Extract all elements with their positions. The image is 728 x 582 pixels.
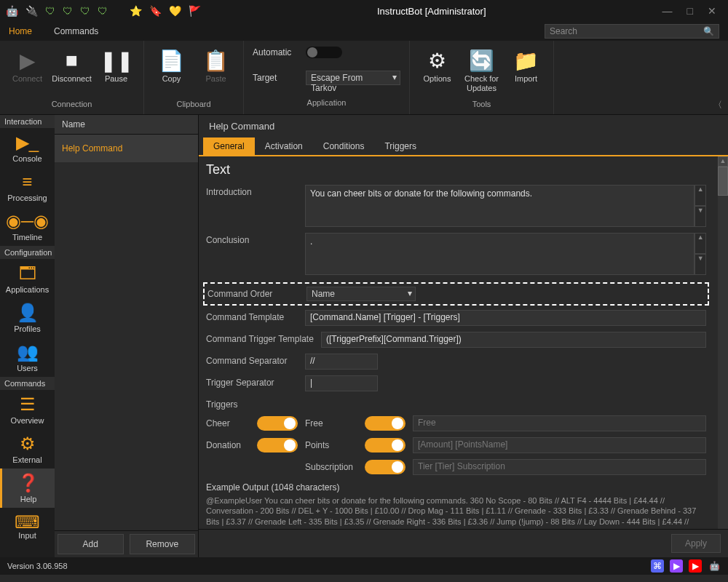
shield-icon-4[interactable]: 🛡 [98,5,108,17]
sidebar-section-configuration: Configuration [0,246,55,259]
tab-general[interactable]: General [203,137,255,155]
minimize-button[interactable]: — [662,5,673,17]
sidebar-section-interaction: Interaction [0,115,55,128]
check-updates-button[interactable]: 🔄Check for Updates [462,45,502,98]
subscription-label: Subscription [305,462,357,472]
options-button[interactable]: ⚙Options [417,45,457,98]
conclusion-input[interactable]: . [305,233,695,275]
ribbon: ▶Connect ■Disconnect ❚❚Pause Connection … [0,41,728,115]
example-output-title: Example Output (1048 characters) [206,482,706,493]
plug-icon[interactable]: 🔌 [25,5,38,17]
sidebar-item-input[interactable]: ⌨Input [0,508,55,544]
maximize-button[interactable]: □ [687,5,693,17]
trigger-separator-input[interactable]: | [305,375,378,391]
close-button[interactable]: ✕ [708,5,716,17]
example-output-text: @ExampleUser You can cheer bits or donat… [206,495,706,529]
subscription-toggle[interactable] [365,460,405,474]
intro-down-icon[interactable]: ▼ [695,206,706,227]
discord-icon[interactable]: ⌘ [651,559,664,573]
tab-triggers[interactable]: Triggers [374,137,427,155]
content-panel: Help Command General Activation Conditio… [199,115,728,557]
command-trigger-template-label: Command Trigger Template [206,332,315,344]
automatic-label: Automatic [253,47,293,57]
free-toggle[interactable] [365,416,405,431]
section-text: Text [199,156,713,182]
main: Interaction ▶_Console ≡Processing ◉─◉Tim… [0,115,728,557]
command-separator-input[interactable]: // [305,354,378,370]
introduction-input[interactable]: You can cheer bits or donate for the fol… [305,185,695,227]
connect-button[interactable]: ▶Connect [7,45,47,98]
heart-icon[interactable]: 💛 [169,5,181,17]
ribbon-group-connection: Connection [52,100,92,108]
tag-icon[interactable]: 🔖 [149,5,162,17]
introduction-label: Introduction [206,185,299,197]
sidebar-item-console[interactable]: ▶_Console [0,128,55,167]
command-order-select[interactable]: Name [306,287,416,301]
intro-up-icon[interactable]: ▲ [695,185,706,206]
points-input[interactable]: [Amount] [PointsName] [413,437,706,453]
star-icon[interactable]: ⭐ [130,5,142,17]
app-icon: 🤖 [6,5,18,17]
command-trigger-template-input[interactable]: ([TriggerPrefix][Command.Trigger]) [321,332,706,348]
tab-activation[interactable]: Activation [255,137,313,155]
triggers-heading: Triggers [206,397,299,410]
youtube-icon[interactable]: ▶ [689,559,702,573]
scroll-up-icon[interactable]: ▲ [718,156,728,167]
subscription-input[interactable]: Tier [Tier] Subscription [413,459,706,475]
target-select[interactable]: Escape From Tarkov [306,71,400,85]
paste-button[interactable]: 📋Paste [196,45,236,98]
apply-button[interactable]: Apply [671,534,721,553]
search-input[interactable]: Search 🔍 [545,24,719,39]
shield-icon-2[interactable]: 🛡 [63,5,73,17]
disconnect-button[interactable]: ■Disconnect [52,45,92,98]
sidebar-item-profiles[interactable]: 👤Profiles [0,298,55,338]
tab-commands[interactable]: Commands [54,26,98,36]
shield-icon-3[interactable]: 🛡 [80,5,90,17]
free-input[interactable]: Free [413,415,706,431]
list-panel: Name Help Command Add Remove [55,115,199,557]
titlebar: 🤖 🔌 🛡 🛡 🛡 🛡 ⭐ 🔖 💛 🚩 InstructBot [Adminis… [0,0,728,22]
conc-up-icon[interactable]: ▲ [695,233,706,254]
sidebar-item-overview[interactable]: ☰Overview [0,390,55,429]
pause-button[interactable]: ❚❚Pause [96,45,136,98]
command-separator-label: Command Separator [206,354,299,366]
scrollbar[interactable]: ▲ [718,156,728,529]
sidebar-item-users[interactable]: 👥Users [0,338,55,377]
sidebar-item-help[interactable]: ❓Help [0,469,55,508]
bot-icon[interactable]: 🤖 [708,559,721,573]
conc-down-icon[interactable]: ▼ [695,254,706,275]
flag-icon[interactable]: 🚩 [189,5,201,17]
tab-home[interactable]: Home [9,26,32,36]
points-label: Points [305,440,357,450]
shield-icon-1[interactable]: 🛡 [45,5,55,17]
sidebar-item-applications[interactable]: 🗔Applications [0,259,55,298]
list-header-name[interactable]: Name [55,115,198,135]
sidebar-item-processing[interactable]: ≡Processing [0,167,55,207]
scroll-thumb[interactable] [718,167,728,196]
copy-button[interactable]: 📄Copy [151,45,191,98]
ribbon-group-application: Application [253,98,400,107]
list-item[interactable]: Help Command [55,135,198,162]
ribbon-group-clipboard: Clipboard [176,100,210,108]
sidebar: Interaction ▶_Console ≡Processing ◉─◉Tim… [0,115,55,557]
search-icon: 🔍 [703,26,714,36]
remove-button[interactable]: Remove [130,534,196,554]
content-title: Help Command [199,115,728,137]
add-button[interactable]: Add [58,534,124,554]
cheer-toggle[interactable] [257,416,298,431]
points-toggle[interactable] [365,438,405,453]
sidebar-item-timeline[interactable]: ◉─◉Timeline [0,207,55,246]
tab-conditions[interactable]: Conditions [313,137,375,155]
menu-tabs: Home Commands Search 🔍 [0,22,728,41]
import-button[interactable]: 📁Import [506,45,546,98]
free-label: Free [305,418,357,428]
command-template-input[interactable]: [Command.Name] [Trigger] - [Triggers] [305,310,706,326]
content-body: Text Introduction You can cheer bits or … [199,156,718,529]
twitch-icon[interactable]: ▶ [670,559,683,573]
automatic-toggle[interactable] [306,47,342,58]
sidebar-item-external[interactable]: ⚙External [0,429,55,469]
donation-toggle[interactable] [257,438,298,453]
version-label: Version 3.06.958 [7,562,68,570]
command-template-label: Command Template [206,310,299,322]
ribbon-collapse-icon[interactable]: 〈 [713,99,722,111]
